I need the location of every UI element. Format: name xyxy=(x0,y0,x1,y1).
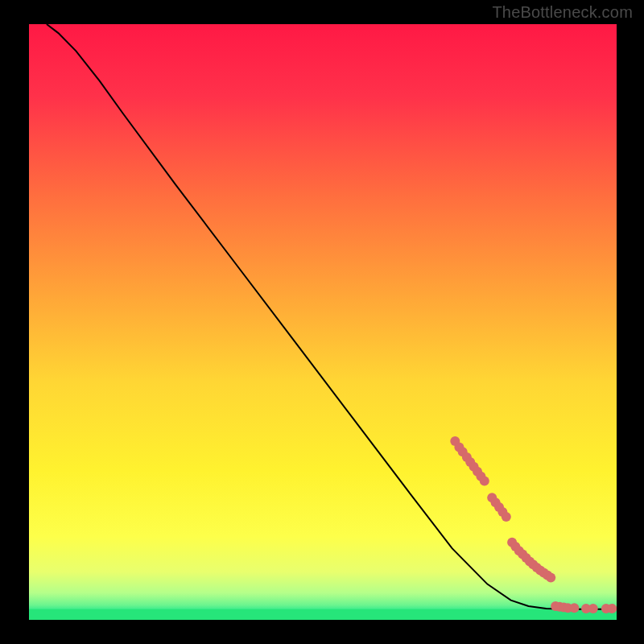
data-marker xyxy=(569,603,579,613)
data-marker xyxy=(607,604,617,613)
watermark-text: TheBottleneck.com xyxy=(492,3,633,22)
data-marker xyxy=(588,604,598,613)
data-marker xyxy=(502,512,511,522)
data-marker xyxy=(546,573,555,583)
green-band xyxy=(29,609,617,620)
plot-svg xyxy=(29,24,617,620)
data-marker xyxy=(480,477,489,486)
gradient-background xyxy=(29,24,617,620)
plot-area xyxy=(29,24,617,620)
chart-frame: TheBottleneck.com xyxy=(0,0,644,644)
